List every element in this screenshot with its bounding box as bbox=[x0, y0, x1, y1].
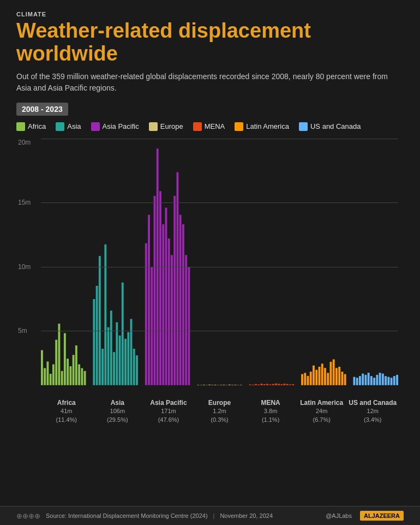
legend: AfricaAsiaAsia PacificEuropeMENALatin Am… bbox=[16, 122, 404, 131]
source-text: Source: International Displacement Monit… bbox=[46, 512, 208, 519]
bar bbox=[154, 196, 156, 385]
bar bbox=[168, 238, 170, 385]
bar bbox=[127, 332, 129, 385]
bar bbox=[257, 384, 260, 385]
bar bbox=[333, 359, 335, 385]
region-label-asia: Asia106m(29.5%) bbox=[92, 398, 143, 425]
footer: ⊕⊕⊕⊕ Source: International Displacement … bbox=[0, 506, 420, 525]
bar bbox=[58, 324, 60, 385]
bar bbox=[330, 362, 332, 385]
legend-color bbox=[16, 122, 25, 131]
bar bbox=[107, 327, 110, 385]
period-badge: 2008 - 2023 bbox=[16, 103, 68, 116]
region-total: 171m bbox=[143, 407, 194, 415]
grid-line-15m bbox=[41, 202, 398, 203]
bar bbox=[197, 385, 199, 385]
legend-color bbox=[91, 122, 100, 131]
region-total: 106m bbox=[92, 407, 143, 415]
bar bbox=[304, 373, 306, 385]
bar bbox=[73, 355, 75, 385]
bar bbox=[387, 377, 389, 385]
legend-label: Asia bbox=[67, 122, 81, 130]
bar bbox=[151, 267, 153, 385]
bar bbox=[61, 371, 63, 385]
bar bbox=[327, 373, 329, 385]
bar bbox=[64, 333, 66, 385]
bar bbox=[393, 376, 395, 385]
bar bbox=[122, 282, 124, 385]
region-percent: (47.6%) bbox=[143, 416, 194, 424]
region-total: 3.8m bbox=[245, 407, 296, 415]
main-title: Weather-related displacement worldwide bbox=[16, 20, 404, 65]
bar bbox=[368, 373, 370, 385]
legend-item-asia-pacific: Asia Pacific bbox=[91, 122, 139, 131]
bar bbox=[286, 384, 289, 385]
category-label: CLIMATE bbox=[16, 11, 404, 17]
bar bbox=[171, 255, 173, 385]
date-text: November 20, 2024 bbox=[220, 512, 273, 519]
bar bbox=[338, 367, 340, 385]
grid-line-20m bbox=[41, 139, 398, 139]
y-label-10m: 10m bbox=[18, 263, 31, 271]
legend-item-mena: MENA bbox=[193, 122, 225, 131]
y-label-5m: 5m bbox=[18, 327, 27, 335]
bar bbox=[280, 384, 283, 385]
subtitle: Out of the 359 million weather-related g… bbox=[16, 71, 404, 94]
bar bbox=[188, 267, 190, 385]
grid-line-10m bbox=[41, 267, 398, 267]
region-percent: (3.4%) bbox=[347, 416, 398, 424]
region-label-latin-america: Latin America24m(6.7%) bbox=[296, 398, 347, 425]
bar bbox=[379, 373, 381, 385]
bar bbox=[214, 385, 217, 385]
bar bbox=[101, 349, 104, 385]
chart-container: 20m 15m 10m 5m bbox=[41, 139, 398, 395]
bar bbox=[272, 384, 274, 385]
legend-color bbox=[193, 122, 202, 131]
region-percent: (6.7%) bbox=[296, 416, 347, 424]
bar bbox=[99, 256, 101, 385]
bar bbox=[341, 372, 343, 385]
bar bbox=[261, 384, 263, 385]
legend-label: Europe bbox=[160, 122, 183, 130]
region-name: Europe bbox=[194, 398, 245, 408]
bar bbox=[165, 207, 167, 385]
region-label-us-and-canada: US and Canada12m(3.4%) bbox=[347, 398, 398, 425]
bar bbox=[310, 372, 312, 385]
bar bbox=[220, 385, 222, 385]
region-name: Asia bbox=[92, 398, 143, 408]
legend-label: Asia Pacific bbox=[103, 122, 139, 130]
bar bbox=[69, 366, 71, 385]
bar bbox=[130, 319, 133, 385]
bar bbox=[162, 224, 164, 385]
bar bbox=[148, 214, 150, 385]
bar bbox=[133, 349, 135, 385]
bar bbox=[81, 368, 83, 385]
region-total: 41m bbox=[41, 407, 92, 415]
bar bbox=[324, 368, 326, 385]
region-name: US and Canada bbox=[347, 398, 398, 408]
bar bbox=[203, 385, 205, 385]
bar bbox=[370, 376, 373, 385]
legend-item-asia: Asia bbox=[56, 122, 81, 131]
bar bbox=[292, 384, 294, 385]
legend-item-latin-america: Latin America bbox=[235, 122, 289, 131]
region-percent: (1.1%) bbox=[245, 416, 296, 424]
legend-color bbox=[56, 122, 64, 131]
bar bbox=[284, 384, 286, 385]
bar bbox=[376, 374, 378, 385]
bar bbox=[185, 255, 187, 385]
bar bbox=[353, 377, 355, 385]
bar bbox=[177, 172, 179, 385]
legend-label: Africa bbox=[28, 122, 46, 130]
footer-right: @AJLabs ALJAZEERA bbox=[326, 511, 404, 521]
bar bbox=[223, 385, 225, 385]
bar bbox=[96, 285, 98, 385]
region-percent: (11.4%) bbox=[41, 416, 92, 424]
region-name: MENA bbox=[245, 398, 296, 408]
legend-item-africa: Africa bbox=[16, 122, 46, 131]
legend-label: US and Canada bbox=[310, 122, 361, 130]
bar bbox=[179, 214, 182, 385]
bar bbox=[391, 378, 393, 385]
legend-label: MENA bbox=[205, 122, 225, 130]
bar bbox=[55, 339, 57, 385]
